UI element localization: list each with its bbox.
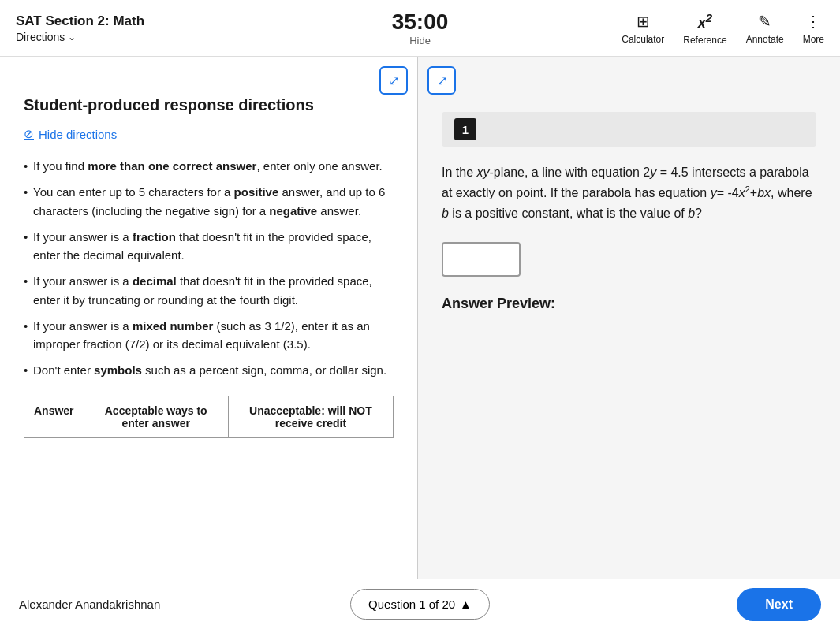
- list-item: You can enter up to 5 characters for a p…: [24, 183, 394, 220]
- page-title: SAT Section 2: Math: [16, 13, 286, 29]
- expand-icon: ⤢: [437, 73, 447, 88]
- calculator-icon: ⊞: [637, 12, 650, 31]
- right-expand-button[interactable]: ⤢: [427, 66, 456, 95]
- answer-input[interactable]: [442, 242, 521, 277]
- hide-directions-label: Hide directions: [39, 128, 117, 141]
- question-nav-button[interactable]: Question 1 of 20 ▲: [350, 589, 490, 620]
- reference-button[interactable]: x2 Reference: [683, 11, 726, 46]
- question-text: In the xy-plane, a line with equation 2y…: [442, 162, 816, 223]
- answer-preview-label: Answer Preview:: [442, 296, 816, 312]
- annotate-icon: ✎: [758, 12, 771, 31]
- question-header: 1: [442, 112, 816, 147]
- table-header-acceptable: Acceptable ways to enter answer: [84, 396, 228, 437]
- calculator-button[interactable]: ⊞ Calculator: [622, 12, 664, 45]
- annotate-button[interactable]: ✎ Annotate: [746, 12, 784, 45]
- directions-list: If you find more than one correct answer…: [24, 157, 394, 380]
- expand-icon: ⤢: [389, 73, 399, 88]
- reference-label: Reference: [683, 35, 726, 46]
- answer-table: Answer Acceptable ways to enter answer U…: [24, 396, 394, 438]
- left-expand-button[interactable]: ⤢: [379, 66, 408, 95]
- list-item: If your answer is a decimal that doesn't…: [24, 272, 394, 309]
- header-right: ⊞ Calculator x2 Reference ✎ Annotate ⋮ M…: [554, 11, 824, 46]
- header-center: 35:00 Hide: [286, 9, 555, 47]
- calculator-label: Calculator: [622, 34, 664, 45]
- hide-directions-button[interactable]: ⊘ Hide directions: [24, 127, 394, 141]
- header-left: SAT Section 2: Math Directions ⌄: [16, 13, 286, 43]
- list-item: Don't enter symbols such as a percent si…: [24, 361, 394, 379]
- eye-slash-icon: ⊘: [24, 127, 34, 141]
- question-nav-label: Question 1 of 20: [368, 597, 455, 611]
- list-item: If you find more than one correct answer…: [24, 157, 394, 175]
- more-icon: ⋮: [805, 12, 821, 31]
- annotate-label: Annotate: [746, 34, 784, 45]
- user-name: Alexander Anandakrishnan: [19, 597, 350, 611]
- directions-toggle[interactable]: Directions ⌄: [16, 31, 286, 43]
- more-button[interactable]: ⋮ More: [803, 12, 824, 45]
- table-header-answer: Answer: [24, 396, 84, 437]
- main-content: ⤢ Student-produced response directions ⊘…: [0, 57, 840, 579]
- list-item: If your answer is a fraction that doesn'…: [24, 228, 394, 265]
- directions-label: Directions: [16, 31, 65, 43]
- hide-timer-button[interactable]: Hide: [409, 35, 431, 47]
- chevron-down-icon: ⌄: [68, 32, 76, 43]
- next-button[interactable]: Next: [737, 588, 821, 621]
- right-panel: ⤢ 1 In the xy-plane, a line with equatio…: [418, 57, 840, 579]
- table-header-unacceptable: Unacceptable: will NOT receive credit: [228, 396, 393, 437]
- footer-right: Next: [490, 588, 821, 621]
- left-panel: ⤢ Student-produced response directions ⊘…: [0, 57, 418, 579]
- chevron-up-icon: ▲: [460, 597, 472, 611]
- timer-display: 35:00: [392, 9, 449, 35]
- more-label: More: [803, 34, 824, 45]
- app-header: SAT Section 2: Math Directions ⌄ 35:00 H…: [0, 0, 840, 57]
- reference-icon: x2: [698, 11, 712, 32]
- list-item: If your answer is a mixed number (such a…: [24, 317, 394, 354]
- directions-title: Student-produced response directions: [24, 96, 394, 114]
- question-number-badge: 1: [454, 118, 476, 140]
- app-footer: Alexander Anandakrishnan Question 1 of 2…: [0, 579, 840, 629]
